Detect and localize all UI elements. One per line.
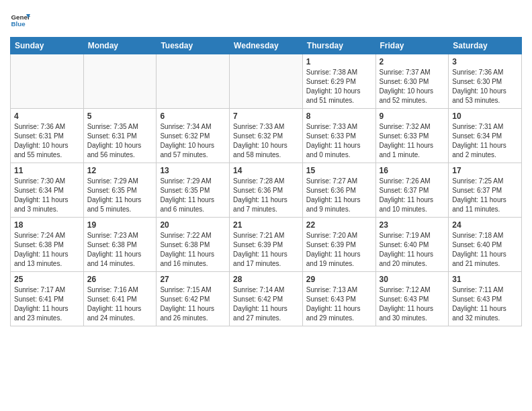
day-number: 4	[14, 111, 80, 121]
calendar-cell: 27Sunrise: 7:15 AM Sunset: 6:42 PM Dayli…	[157, 272, 230, 326]
calendar-cell: 26Sunrise: 7:16 AM Sunset: 6:41 PM Dayli…	[83, 272, 157, 326]
day-info: Sunrise: 7:23 AM Sunset: 6:38 PM Dayligh…	[87, 231, 153, 269]
calendar-cell: 20Sunrise: 7:22 AM Sunset: 6:38 PM Dayli…	[157, 218, 230, 272]
weekday-header-friday: Friday	[375, 38, 449, 54]
calendar-cell: 4Sunrise: 7:36 AM Sunset: 6:31 PM Daylig…	[11, 109, 84, 163]
day-info: Sunrise: 7:17 AM Sunset: 6:41 PM Dayligh…	[14, 285, 80, 323]
day-number: 6	[160, 111, 226, 121]
calendar-cell: 1Sunrise: 7:38 AM Sunset: 6:29 PM Daylig…	[302, 54, 375, 109]
calendar-week-2: 4Sunrise: 7:36 AM Sunset: 6:31 PM Daylig…	[11, 109, 522, 163]
calendar-header-row: SundayMondayTuesdayWednesdayThursdayFrid…	[11, 38, 522, 54]
logo: General Blue	[10, 10, 33, 30]
day-info: Sunrise: 7:13 AM Sunset: 6:43 PM Dayligh…	[306, 285, 372, 323]
day-number: 21	[233, 220, 299, 230]
day-info: Sunrise: 7:26 AM Sunset: 6:37 PM Dayligh…	[380, 177, 445, 214]
weekday-header-saturday: Saturday	[449, 38, 522, 54]
day-number: 5	[87, 111, 153, 121]
day-number: 18	[14, 220, 80, 230]
calendar-cell: 2Sunrise: 7:37 AM Sunset: 6:30 PM Daylig…	[375, 54, 449, 109]
day-number: 15	[306, 166, 372, 175]
day-number: 3	[452, 57, 518, 66]
weekday-header-sunday: Sunday	[11, 38, 84, 54]
calendar-cell: 25Sunrise: 7:17 AM Sunset: 6:41 PM Dayli…	[11, 272, 84, 326]
day-info: Sunrise: 7:36 AM Sunset: 6:31 PM Dayligh…	[14, 122, 80, 160]
calendar-cell: 12Sunrise: 7:29 AM Sunset: 6:35 PM Dayli…	[83, 163, 157, 218]
day-number: 17	[452, 166, 518, 175]
calendar-cell: 21Sunrise: 7:21 AM Sunset: 6:39 PM Dayli…	[230, 218, 303, 272]
day-number: 19	[87, 220, 153, 230]
day-number: 29	[306, 275, 372, 284]
calendar-cell: 19Sunrise: 7:23 AM Sunset: 6:38 PM Dayli…	[83, 218, 157, 272]
svg-text:Blue: Blue	[11, 20, 26, 28]
calendar-cell: 11Sunrise: 7:30 AM Sunset: 6:34 PM Dayli…	[11, 163, 84, 218]
day-number: 31	[452, 275, 518, 284]
calendar-cell: 6Sunrise: 7:34 AM Sunset: 6:32 PM Daylig…	[157, 109, 230, 163]
page-container: General Blue SundayMondayTuesdayWednesda…	[0, 0, 532, 333]
calendar-cell: 28Sunrise: 7:14 AM Sunset: 6:42 PM Dayli…	[230, 272, 303, 326]
calendar-week-4: 18Sunrise: 7:24 AM Sunset: 6:38 PM Dayli…	[11, 218, 522, 272]
day-info: Sunrise: 7:31 AM Sunset: 6:34 PM Dayligh…	[452, 122, 518, 160]
day-number: 30	[380, 275, 445, 284]
day-number: 10	[452, 111, 518, 121]
weekday-header-thursday: Thursday	[302, 38, 375, 54]
day-number: 28	[233, 275, 299, 284]
calendar-cell: 22Sunrise: 7:20 AM Sunset: 6:39 PM Dayli…	[302, 218, 375, 272]
day-number: 2	[380, 57, 445, 66]
day-number: 14	[233, 166, 299, 175]
weekday-header-tuesday: Tuesday	[157, 38, 230, 54]
day-number: 23	[380, 220, 445, 230]
day-info: Sunrise: 7:25 AM Sunset: 6:37 PM Dayligh…	[452, 177, 518, 214]
calendar-table: SundayMondayTuesdayWednesdayThursdayFrid…	[10, 37, 522, 326]
day-number: 20	[160, 220, 226, 230]
day-info: Sunrise: 7:33 AM Sunset: 6:32 PM Dayligh…	[233, 122, 299, 160]
day-number: 9	[380, 111, 445, 121]
calendar-cell: 31Sunrise: 7:11 AM Sunset: 6:43 PM Dayli…	[449, 272, 522, 326]
day-info: Sunrise: 7:22 AM Sunset: 6:38 PM Dayligh…	[160, 231, 226, 269]
calendar-cell: 16Sunrise: 7:26 AM Sunset: 6:37 PM Dayli…	[375, 163, 449, 218]
day-info: Sunrise: 7:14 AM Sunset: 6:42 PM Dayligh…	[233, 285, 299, 323]
calendar-cell: 3Sunrise: 7:36 AM Sunset: 6:30 PM Daylig…	[449, 54, 522, 109]
calendar-cell: 8Sunrise: 7:33 AM Sunset: 6:33 PM Daylig…	[302, 109, 375, 163]
day-info: Sunrise: 7:11 AM Sunset: 6:43 PM Dayligh…	[452, 285, 518, 323]
day-number: 16	[380, 166, 445, 175]
calendar-cell: 9Sunrise: 7:32 AM Sunset: 6:33 PM Daylig…	[375, 109, 449, 163]
calendar-cell: 23Sunrise: 7:19 AM Sunset: 6:40 PM Dayli…	[375, 218, 449, 272]
day-info: Sunrise: 7:38 AM Sunset: 6:29 PM Dayligh…	[306, 68, 372, 105]
calendar-cell	[11, 54, 84, 109]
header: General Blue	[10, 10, 522, 30]
weekday-header-monday: Monday	[83, 38, 157, 54]
day-info: Sunrise: 7:12 AM Sunset: 6:43 PM Dayligh…	[380, 285, 445, 323]
day-number: 13	[160, 166, 226, 175]
day-number: 26	[87, 275, 153, 284]
calendar-week-3: 11Sunrise: 7:30 AM Sunset: 6:34 PM Dayli…	[11, 163, 522, 218]
day-info: Sunrise: 7:21 AM Sunset: 6:39 PM Dayligh…	[233, 231, 299, 269]
day-info: Sunrise: 7:28 AM Sunset: 6:36 PM Dayligh…	[233, 177, 299, 214]
calendar-cell: 29Sunrise: 7:13 AM Sunset: 6:43 PM Dayli…	[302, 272, 375, 326]
calendar-cell	[83, 54, 157, 109]
calendar-cell: 17Sunrise: 7:25 AM Sunset: 6:37 PM Dayli…	[449, 163, 522, 218]
day-info: Sunrise: 7:33 AM Sunset: 6:33 PM Dayligh…	[306, 122, 372, 160]
calendar-cell	[157, 54, 230, 109]
logo-icon: General Blue	[10, 10, 30, 30]
calendar-week-5: 25Sunrise: 7:17 AM Sunset: 6:41 PM Dayli…	[11, 272, 522, 326]
calendar-cell: 10Sunrise: 7:31 AM Sunset: 6:34 PM Dayli…	[449, 109, 522, 163]
calendar-cell: 13Sunrise: 7:29 AM Sunset: 6:35 PM Dayli…	[157, 163, 230, 218]
day-info: Sunrise: 7:18 AM Sunset: 6:40 PM Dayligh…	[452, 231, 518, 269]
day-number: 12	[87, 166, 153, 175]
calendar-cell: 24Sunrise: 7:18 AM Sunset: 6:40 PM Dayli…	[449, 218, 522, 272]
day-info: Sunrise: 7:16 AM Sunset: 6:41 PM Dayligh…	[87, 285, 153, 323]
day-number: 22	[306, 220, 372, 230]
calendar-cell: 15Sunrise: 7:27 AM Sunset: 6:36 PM Dayli…	[302, 163, 375, 218]
day-number: 24	[452, 220, 518, 230]
day-info: Sunrise: 7:36 AM Sunset: 6:30 PM Dayligh…	[452, 68, 518, 105]
calendar-week-1: 1Sunrise: 7:38 AM Sunset: 6:29 PM Daylig…	[11, 54, 522, 109]
day-info: Sunrise: 7:32 AM Sunset: 6:33 PM Dayligh…	[380, 122, 445, 160]
day-number: 27	[160, 275, 226, 284]
calendar-cell: 18Sunrise: 7:24 AM Sunset: 6:38 PM Dayli…	[11, 218, 84, 272]
day-number: 1	[306, 57, 372, 66]
day-info: Sunrise: 7:20 AM Sunset: 6:39 PM Dayligh…	[306, 231, 372, 269]
day-info: Sunrise: 7:27 AM Sunset: 6:36 PM Dayligh…	[306, 177, 372, 214]
day-info: Sunrise: 7:30 AM Sunset: 6:34 PM Dayligh…	[14, 177, 80, 214]
weekday-header-wednesday: Wednesday	[230, 38, 303, 54]
calendar-cell: 30Sunrise: 7:12 AM Sunset: 6:43 PM Dayli…	[375, 272, 449, 326]
